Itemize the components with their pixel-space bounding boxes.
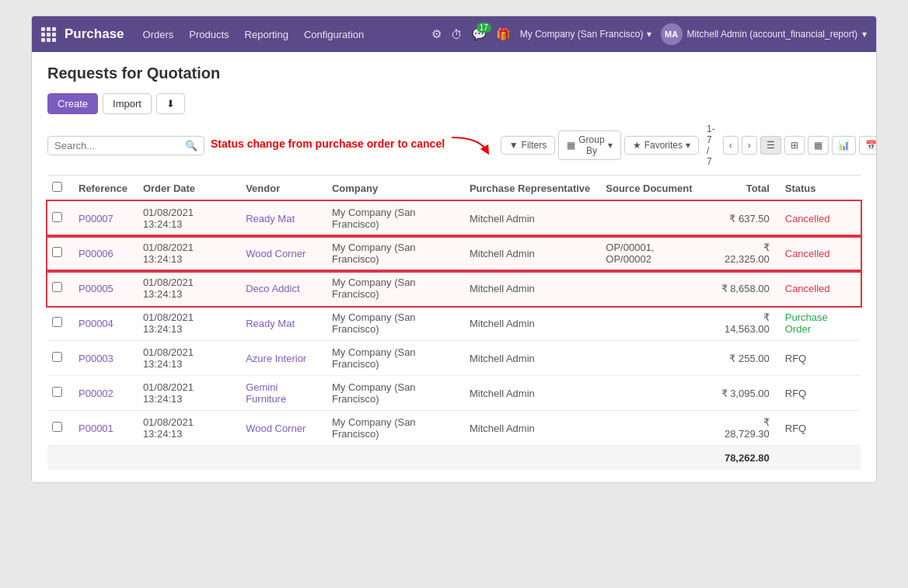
status-badge: RFQ xyxy=(785,388,806,399)
select-all-checkbox[interactable] xyxy=(47,176,71,201)
cell-order-date: 01/08/2021 13:24:13 xyxy=(135,411,238,446)
vendor-link[interactable]: Wood Corner xyxy=(246,248,306,259)
clock-icon[interactable]: ⏱ xyxy=(451,28,463,41)
download-button[interactable]: ⬇ xyxy=(156,93,185,114)
annotation-text: Status change from purchase order to can… xyxy=(211,134,494,157)
chart-view-button[interactable]: 📊 xyxy=(832,136,856,155)
cell-total: ₹ 637.50 xyxy=(709,201,777,236)
vendor-link[interactable]: Deco Addict xyxy=(246,283,299,294)
table-row: P00004 01/08/2021 13:24:13 Ready Mat My … xyxy=(47,306,861,341)
vendor-link[interactable]: Ready Mat xyxy=(246,213,295,224)
cell-source-doc xyxy=(598,411,709,446)
reference-link[interactable]: P00006 xyxy=(79,248,114,259)
list-view-button[interactable]: ☰ xyxy=(760,136,781,155)
cell-status: RFQ xyxy=(777,341,861,376)
col-vendor: Vendor xyxy=(238,176,324,201)
star-icon: ★ xyxy=(633,140,641,151)
create-button[interactable]: Create xyxy=(47,93,98,114)
row-checkbox[interactable] xyxy=(47,411,71,446)
page-title: Requests for Quotation xyxy=(47,64,861,82)
reference-link[interactable]: P00005 xyxy=(79,283,114,294)
cell-rep: Mitchell Admin xyxy=(462,341,598,376)
right-icons: ⚙ ⏱ 💬17 🎁 My Company (San Francisco) ▾ M… xyxy=(431,23,867,45)
cell-status: Purchase Order xyxy=(777,306,861,341)
vendor-link[interactable]: Wood Corner xyxy=(246,423,306,434)
cell-rep: Mitchell Admin xyxy=(462,306,598,341)
vendor-link[interactable]: Ready Mat xyxy=(246,318,295,329)
cell-vendor: Wood Corner xyxy=(238,236,324,271)
row-checkbox[interactable] xyxy=(47,306,71,341)
row-checkbox[interactable] xyxy=(47,341,71,376)
cell-company: My Company (San Francisco) xyxy=(324,201,462,236)
app-title: Purchase xyxy=(65,26,124,42)
cell-order-date: 01/08/2021 13:24:13 xyxy=(135,201,238,236)
fav-chevron: ▾ xyxy=(686,140,690,151)
cell-company: My Company (San Francisco) xyxy=(324,341,462,376)
cell-reference: P00007 xyxy=(71,201,135,236)
import-button[interactable]: Import xyxy=(103,93,152,114)
prev-page-button[interactable]: ‹ xyxy=(723,136,739,155)
cell-reference: P00004 xyxy=(71,306,135,341)
table-row: P00003 01/08/2021 13:24:13 Azure Interio… xyxy=(47,341,861,376)
gift-icon[interactable]: 🎁 xyxy=(496,27,511,41)
messages-icon[interactable]: 💬17 xyxy=(472,27,487,41)
col-order-date: Order Date xyxy=(135,176,238,201)
nav-configuration[interactable]: Configuration xyxy=(304,19,364,50)
search-box[interactable]: 🔍 xyxy=(47,136,204,155)
cell-order-date: 01/08/2021 13:24:13 xyxy=(135,376,238,411)
table-row: P00006 01/08/2021 13:24:13 Wood Corner M… xyxy=(47,236,861,271)
reference-link[interactable]: P00003 xyxy=(79,353,114,364)
cell-source-doc xyxy=(598,201,709,236)
grid-view-button[interactable]: ▦ xyxy=(808,136,829,155)
status-badge: Purchase Order xyxy=(785,311,828,335)
nav-reporting[interactable]: Reporting xyxy=(245,19,288,50)
cell-company: My Company (San Francisco) xyxy=(324,411,462,446)
col-reference: Reference xyxy=(71,176,135,201)
cell-status: RFQ xyxy=(777,411,861,446)
nav-products[interactable]: Products xyxy=(189,19,229,50)
cell-source-doc xyxy=(598,271,709,306)
calendar-view-button[interactable]: 📅 xyxy=(859,136,877,155)
row-checkbox[interactable] xyxy=(47,236,71,271)
cell-status: Cancelled xyxy=(777,271,861,306)
user-info[interactable]: MA Mitchell Admin (account_financial_rep… xyxy=(661,23,867,45)
vendor-link[interactable]: Azure Interior xyxy=(246,353,306,364)
reference-link[interactable]: P00002 xyxy=(79,388,114,399)
kanban-view-button[interactable]: ⊞ xyxy=(784,136,805,155)
search-icon[interactable]: 🔍 xyxy=(185,140,197,151)
row-checkbox[interactable] xyxy=(47,271,71,306)
apps-grid-icon[interactable] xyxy=(41,27,55,42)
company-selector[interactable]: My Company (San Francisco) ▾ xyxy=(520,29,651,40)
cell-status: RFQ xyxy=(777,376,861,411)
reference-link[interactable]: P00004 xyxy=(79,318,114,329)
vendor-link[interactable]: Gemini Furniture xyxy=(246,381,286,405)
table-row: P00002 01/08/2021 13:24:13 Gemini Furnit… xyxy=(47,376,861,411)
cell-vendor: Gemini Furniture xyxy=(238,376,324,411)
filter-icon: ▼ xyxy=(509,140,519,151)
cell-reference: P00002 xyxy=(71,376,135,411)
cell-total: ₹ 14,563.00 xyxy=(709,306,777,341)
next-page-button[interactable]: › xyxy=(742,136,757,155)
cell-rep: Mitchell Admin xyxy=(462,271,598,306)
settings-icon[interactable]: ⚙ xyxy=(431,27,442,41)
filters-button[interactable]: ▼ Filters xyxy=(501,136,556,155)
group-by-button[interactable]: ▦ Group By ▾ xyxy=(558,130,620,160)
app-frame: Purchase Orders Products Reporting Confi… xyxy=(31,16,877,483)
reference-link[interactable]: P00007 xyxy=(79,213,114,224)
table-row: P00001 01/08/2021 13:24:13 Wood Corner M… xyxy=(47,411,861,446)
group-icon: ▦ xyxy=(567,140,575,151)
main-content: Requests for Quotation Create Import ⬇ 🔍… xyxy=(32,52,876,482)
cell-vendor: Ready Mat xyxy=(238,201,324,236)
message-badge: 17 xyxy=(477,23,491,33)
cell-status: Cancelled xyxy=(777,236,861,271)
row-checkbox[interactable] xyxy=(47,376,71,411)
reference-link[interactable]: P00001 xyxy=(79,423,114,434)
cell-vendor: Azure Interior xyxy=(238,341,324,376)
search-input[interactable] xyxy=(54,140,185,151)
row-checkbox[interactable] xyxy=(47,201,71,236)
cell-rep: Mitchell Admin xyxy=(462,236,598,271)
cell-rep: Mitchell Admin xyxy=(462,376,598,411)
favorites-button[interactable]: ★ Favorites ▾ xyxy=(624,136,699,155)
table-row: P00007 01/08/2021 13:24:13 Ready Mat My … xyxy=(47,201,861,236)
nav-orders[interactable]: Orders xyxy=(143,19,174,50)
